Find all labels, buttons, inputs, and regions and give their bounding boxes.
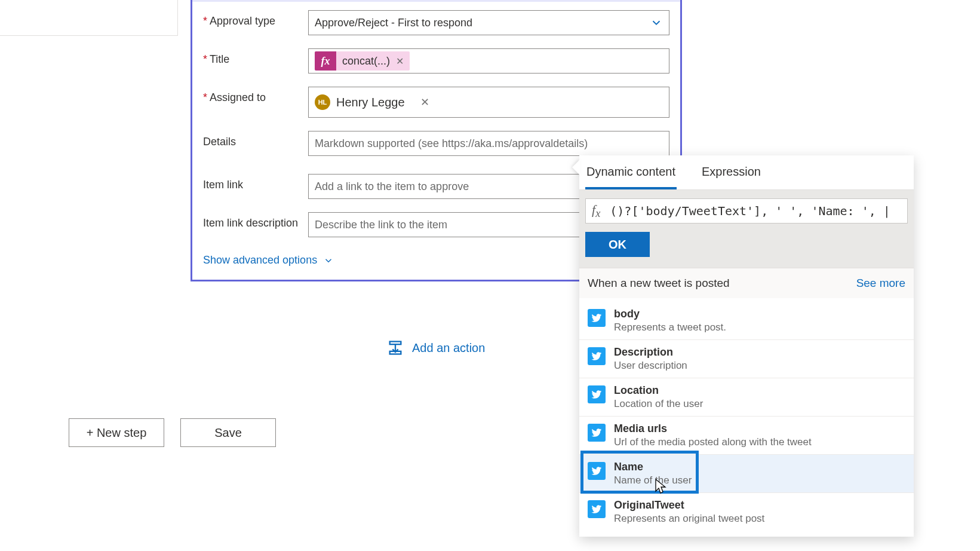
expression-input[interactable]: fx ()?['body/TweetText'], ' ', 'Name: ',… — [585, 198, 908, 224]
dc-item-title: OriginalTweet — [614, 499, 764, 512]
row-approval-type: Approval type Approve/Reject - First to … — [203, 10, 669, 35]
dc-item-name[interactable]: NameName of the user — [579, 454, 914, 492]
twitter-icon — [588, 424, 606, 442]
tab-dynamic-content[interactable]: Dynamic content — [585, 161, 677, 189]
dc-item-title: Name — [614, 461, 692, 473]
assigned-to-input[interactable]: HL Henry Legge ✕ — [308, 87, 669, 118]
dynamic-content-flyout: Dynamic content Expression fx ()?['body/… — [579, 155, 914, 537]
dc-item-body[interactable]: bodyRepresents a tweet post. — [579, 302, 914, 339]
label-assigned-to: Assigned to — [203, 87, 308, 104]
dc-group-header: When a new tweet is posted See more — [579, 268, 914, 298]
left-panel — [0, 0, 178, 36]
add-action-button[interactable]: Add an action — [387, 339, 485, 356]
close-icon[interactable]: ✕ — [396, 56, 410, 67]
close-icon[interactable]: ✕ — [420, 96, 429, 109]
details-placeholder: Markdown supported (see https://aka.ms/a… — [315, 137, 588, 150]
new-step-button[interactable]: + New step — [69, 418, 164, 447]
twitter-icon — [588, 385, 606, 403]
add-action-label: Add an action — [412, 341, 485, 355]
item-link-placeholder: Add a link to the item to approve — [315, 180, 469, 193]
tab-expression[interactable]: Expression — [701, 161, 762, 189]
ok-button[interactable]: OK — [585, 232, 650, 257]
avatar: HL — [315, 94, 330, 110]
row-details: Details Markdown supported (see https://… — [203, 131, 669, 156]
fx-chip-text: concat(...) — [336, 55, 396, 68]
label-title: Title — [203, 48, 308, 66]
dc-item-title: Description — [614, 346, 687, 359]
dc-item-desc: Url of the media posted along with the t… — [614, 436, 812, 448]
show-advanced-label: Show advanced options — [203, 254, 317, 267]
twitter-icon — [588, 347, 606, 365]
label-item-link: Item link — [203, 174, 308, 191]
details-input[interactable]: Markdown supported (see https://aka.ms/a… — [308, 131, 669, 156]
fx-icon: fx — [315, 51, 336, 71]
dc-item-title: body — [614, 308, 726, 320]
twitter-icon — [588, 462, 606, 480]
save-button[interactable]: Save — [180, 418, 276, 447]
approval-type-value: Approve/Reject - First to respond — [315, 17, 472, 29]
dc-item-originaltweet[interactable]: OriginalTweetRepresents an original twee… — [579, 492, 914, 531]
dc-item-desc: Represents a tweet post. — [614, 322, 726, 333]
dc-list: bodyRepresents a tweet post.DescriptionU… — [579, 298, 914, 537]
fx-icon: fx — [592, 202, 600, 220]
expression-text: ()?['body/TweetText'], ' ', 'Name: ', | — [610, 204, 890, 218]
row-assigned-to: Assigned to HL Henry Legge ✕ — [203, 87, 669, 118]
dc-item-location[interactable]: LocationLocation of the user — [579, 378, 914, 416]
see-more-link[interactable]: See more — [856, 277, 905, 290]
chevron-down-icon — [650, 16, 663, 29]
twitter-icon — [588, 309, 606, 327]
twitter-icon — [588, 500, 606, 518]
label-details: Details — [203, 131, 308, 148]
approval-type-select[interactable]: Approve/Reject - First to respond — [308, 10, 669, 35]
svg-rect-1 — [390, 342, 401, 345]
dc-item-desc: Name of the user — [614, 475, 692, 486]
item-link-desc-placeholder: Describe the link to the item — [315, 219, 447, 231]
dc-item-title: Location — [614, 384, 703, 397]
show-advanced-toggle[interactable]: Show advanced options — [203, 254, 334, 267]
dc-item-desc: Location of the user — [614, 398, 703, 410]
person-chip[interactable]: HL Henry Legge ✕ — [315, 94, 429, 110]
expression-bar: fx ()?['body/TweetText'], ' ', 'Name: ',… — [579, 190, 914, 268]
dc-item-desc: Represents an original tweet post — [614, 513, 764, 525]
person-name: Henry Legge — [336, 96, 405, 109]
dc-item-title: Media urls — [614, 423, 812, 435]
flyout-tabs: Dynamic content Expression — [579, 155, 914, 190]
dc-item-media-urls[interactable]: Media urlsUrl of the media posted along … — [579, 416, 914, 454]
label-approval-type: Approval type — [203, 10, 308, 27]
flyout-pointer — [572, 159, 580, 176]
label-item-link-desc: Item link description — [203, 212, 308, 229]
dc-item-description[interactable]: DescriptionUser description — [579, 339, 914, 378]
dc-item-desc: User description — [614, 360, 687, 372]
add-action-icon — [387, 339, 404, 356]
title-input[interactable]: fx concat(...) ✕ — [308, 48, 669, 74]
dc-group-title: When a new tweet is posted — [588, 277, 730, 290]
fx-concat-chip[interactable]: fx concat(...) ✕ — [315, 51, 410, 71]
chevron-down-icon — [323, 255, 334, 266]
row-title: Title fx concat(...) ✕ — [203, 48, 669, 74]
